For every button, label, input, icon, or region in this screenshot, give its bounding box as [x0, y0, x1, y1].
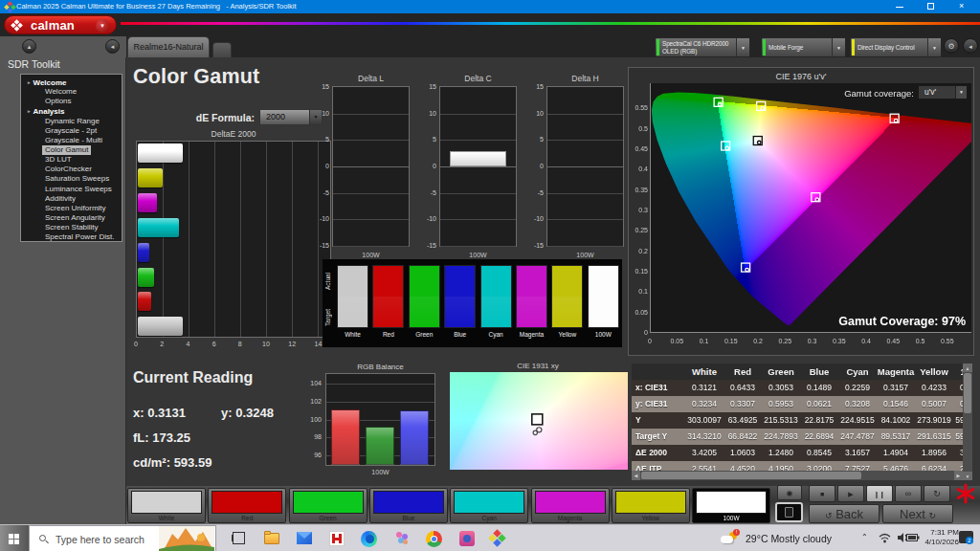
back-button[interactable]: ↺ Back: [809, 504, 880, 523]
meter-mobile-forge[interactable]: Mobile Forge▼: [761, 37, 846, 57]
pattern-swatch: [615, 491, 686, 514]
meter-arrow-icon[interactable]: ▼: [927, 38, 941, 56]
pattern-window-button[interactable]: ◉: [777, 485, 802, 500]
media-app-icon[interactable]: [457, 529, 477, 548]
reading-y: y: 0.3248: [221, 406, 274, 420]
swatch-yellow: [551, 265, 583, 328]
rgb-bar-green: [366, 427, 394, 465]
weather-text[interactable]: 29°C Mostly cloudy: [746, 533, 832, 544]
loop-button[interactable]: ∞: [895, 485, 922, 502]
action-center-icon[interactable]: 2: [959, 531, 973, 543]
sidebar-item-additivity[interactable]: Additivity: [21, 194, 122, 204]
settings-gear-button[interactable]: ⚙: [944, 38, 959, 54]
sidebar-item-saturation-sweeps[interactable]: Saturation Sweeps: [21, 174, 122, 184]
task-view-icon[interactable]: [230, 529, 249, 548]
table-row-target-y[interactable]: Target Y314.321066.8422224.789322.689424…: [632, 429, 963, 445]
table-vscrollbar[interactable]: ▲ ▼: [963, 364, 972, 480]
play-button[interactable]: ▶: [837, 485, 864, 502]
calman-logo[interactable]: calman ▼: [4, 15, 117, 34]
sidebar-item-3d-lut[interactable]: 3D LUT: [21, 155, 122, 165]
hscroll-thumb[interactable]: [641, 472, 861, 479]
meter-arrow-icon[interactable]: ▼: [832, 38, 845, 56]
tray-chevron-icon[interactable]: ⌃: [861, 533, 868, 541]
calman-taskbar-icon[interactable]: [488, 529, 507, 548]
file-explorer-icon[interactable]: [262, 529, 281, 548]
sidebar-item-grayscale-2pt[interactable]: Grayscale - 2pt: [21, 126, 122, 136]
stop-button[interactable]: ■: [809, 485, 835, 502]
sidebar-item-color-gamut[interactable]: Color Gamut: [21, 145, 122, 155]
pattern-button-green[interactable]: Green: [289, 488, 368, 523]
scroll-up-icon[interactable]: ▲: [963, 364, 972, 372]
scroll-right-icon[interactable]: ▶: [954, 471, 963, 480]
table-hscrollbar[interactable]: ◀ ▶: [632, 471, 963, 480]
sidebar-item-analysis[interactable]: ▸Analysis: [21, 106, 122, 116]
table-row-e-2000[interactable]: ΔE 20003.42051.06031.24800.85453.16571.4…: [632, 445, 963, 461]
next-button[interactable]: Next ↻: [882, 504, 953, 523]
maximize-button[interactable]: [927, 3, 934, 10]
tab-realme16-natural[interactable]: Realme16-Natural: [127, 36, 210, 57]
tab-stub[interactable]: [212, 42, 232, 57]
gamut-coverage-dropdown[interactable]: u'v' ▼: [918, 85, 968, 99]
meter-direct-display-control[interactable]: Direct Display Control▼: [850, 37, 942, 57]
chrome-icon[interactable]: [425, 529, 444, 548]
photos-app-icon[interactable]: [392, 529, 412, 548]
sidebar-item-colorchecker[interactable]: ColorChecker: [21, 165, 122, 174]
sidebar-item-options[interactable]: Options: [21, 97, 122, 106]
scroll-tabs-left-button[interactable]: ◂: [105, 39, 120, 54]
gridline: [547, 219, 623, 220]
pattern-button-cyan[interactable]: Cyan: [450, 488, 528, 523]
mail-icon[interactable]: [295, 529, 314, 548]
pattern-button-red[interactable]: Red: [208, 488, 286, 523]
table-row-e-itp[interactable]: ΔE ITP2.55414.45204.19503.02007.75275.46…: [632, 461, 963, 471]
pattern-button-magenta[interactable]: Magenta: [531, 488, 610, 523]
scroll-down-icon[interactable]: ▼: [963, 472, 972, 480]
sidebar-item-welcome[interactable]: Welcome: [21, 87, 122, 97]
table-row-y-cie31[interactable]: y: CIE310.32340.33070.59530.06210.32080.…: [632, 396, 963, 412]
meter-spectracal-c6-hdr2000[interactable]: SpectraCal C6 HDR2000 OLED (RGB)▼: [655, 37, 750, 57]
table-col-100w: 100W: [953, 364, 963, 380]
collapse-sidebar-button[interactable]: ▴: [22, 39, 36, 54]
sidebar-item-screen-angularity[interactable]: Screen Angularity: [21, 213, 122, 223]
calman-app-icon: [4, 1, 16, 13]
gamut-coverage-arrow-icon: ▼: [955, 86, 967, 99]
pattern-button-100w[interactable]: 100W: [692, 488, 770, 523]
sidebar-item-dynamic-range[interactable]: Dynamic Range: [21, 117, 122, 126]
pause-button[interactable]: ❙❙: [866, 485, 893, 502]
weather-icon[interactable]: !: [721, 531, 740, 546]
delta-ytick: 15: [311, 82, 329, 91]
sidebar-item-screen-stability[interactable]: Screen Stability: [21, 223, 122, 232]
pattern-button-white[interactable]: White: [127, 488, 206, 523]
cell: 84.1002: [877, 412, 915, 429]
pattern-button-blue[interactable]: Blue: [369, 488, 448, 523]
rgb-bar-red: [331, 409, 360, 465]
vscroll-thumb[interactable]: [964, 373, 971, 413]
network-icon[interactable]: [879, 533, 891, 543]
sidebar-item-luminance-sweeps[interactable]: Luminance Sweeps: [21, 185, 122, 194]
gridline: [266, 142, 267, 337]
cie76-xtick: 0.15: [722, 337, 741, 345]
pattern-display-button[interactable]: [775, 502, 803, 522]
scroll-left-icon[interactable]: ◀: [632, 471, 640, 480]
close-button[interactable]: ×: [959, 1, 964, 11]
collapse-panel-button[interactable]: ◂: [963, 38, 978, 54]
table-row-x-cie31[interactable]: x: CIE310.31210.64330.30530.14890.22590.…: [632, 380, 963, 396]
refresh-button[interactable]: ↻: [924, 485, 950, 502]
logo-menu-arrow[interactable]: ▼: [96, 19, 109, 33]
table-col-blue: Blue: [800, 364, 838, 380]
deltae-xtick: 10: [258, 340, 274, 348]
clock-time[interactable]: 7:31 PM: [921, 528, 959, 537]
swatch-magenta: [516, 265, 547, 328]
minimize-button[interactable]: [896, 7, 903, 8]
sidebar-item-grayscale-multi[interactable]: Grayscale - Multi: [21, 136, 122, 145]
meter-arrow-icon[interactable]: ▼: [736, 38, 749, 56]
sidebar-item-welcome[interactable]: ▸Welcome: [21, 77, 122, 87]
sidebar-item-screen-uniformity[interactable]: Screen Uniformity: [21, 204, 122, 213]
cell: 3.4205: [685, 445, 724, 461]
battery-icon[interactable]: [906, 533, 920, 542]
clock-date[interactable]: 4/10/2026: [921, 538, 959, 546]
red-h-app-icon[interactable]: [327, 529, 346, 548]
pattern-button-yellow[interactable]: Yellow: [612, 488, 690, 523]
table-row-y[interactable]: Y303.009763.4925215.531322.8175224.95158…: [632, 412, 963, 429]
sidebar-item-spectral-power-dist[interactable]: Spectral Power Dist.: [21, 232, 122, 242]
edge-icon[interactable]: [360, 529, 379, 548]
